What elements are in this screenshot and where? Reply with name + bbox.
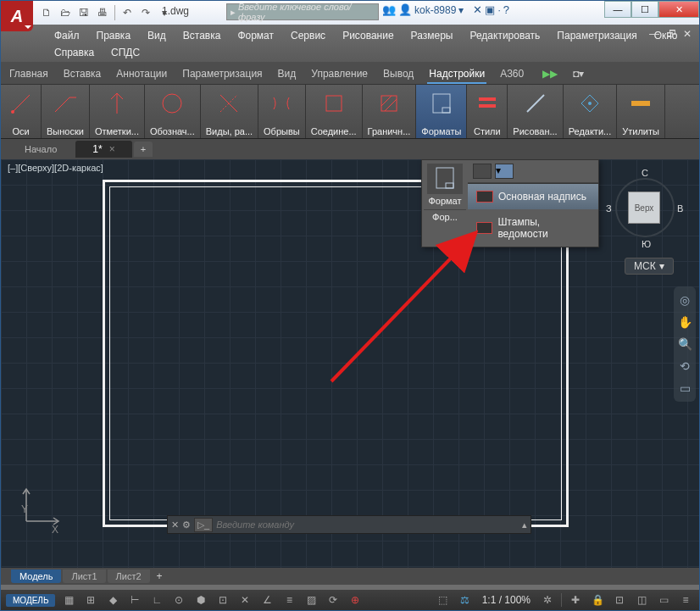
menu-help[interactable]: Справка [52, 45, 97, 60]
format-main-button[interactable] [427, 164, 463, 194]
exchange-icon[interactable]: ✕ [473, 3, 482, 16]
cmdline-customize-icon[interactable]: ⚙ [182, 519, 191, 530]
panel-hatching[interactable]: Граничн... [363, 85, 417, 138]
status-transparency-icon[interactable]: ▨ [303, 592, 319, 608]
status-snap-icon[interactable]: ⊞ [82, 592, 99, 608]
maximize-button[interactable]: ☐ [631, 1, 658, 18]
command-line[interactable]: ✕ ⚙ ▷_ ▴ [167, 515, 531, 534]
wcs-selector[interactable]: МСК▾ [625, 258, 674, 275]
menu-modify[interactable]: Редактировать [467, 28, 542, 43]
panel-styles[interactable]: Стили [467, 85, 508, 138]
status-workspace-icon[interactable]: ✚ [567, 592, 584, 608]
app-logo-menu[interactable]: A [1, 1, 33, 31]
panel-designations[interactable]: Обознач... [145, 85, 201, 138]
status-osnap-icon[interactable]: ⊡ [214, 592, 231, 608]
panel-formats[interactable]: Форматы [416, 85, 467, 138]
status-customize-icon[interactable]: ≡ [677, 592, 694, 608]
status-annoscale-icon[interactable]: ⚖ [457, 592, 474, 608]
status-isolate-icon[interactable]: ◫ [633, 592, 650, 608]
cloud-icon[interactable]: ▣ [485, 3, 495, 16]
help-icon[interactable]: ? [503, 3, 509, 16]
viewcube-e[interactable]: В [677, 203, 683, 214]
menu-draw[interactable]: Рисование [340, 28, 396, 43]
new-doc-tab[interactable]: + [134, 142, 153, 157]
nav-orbit-icon[interactable]: ⟲ [680, 359, 690, 373]
tab-home[interactable]: Главная [8, 65, 50, 84]
viewcube-face[interactable]: Верх [628, 192, 660, 224]
minimize-button[interactable]: — [604, 1, 631, 18]
user-area[interactable]: 👥 👤 kok-8989 ▾ ✕ ▣ · ? [382, 3, 509, 16]
menu-spds[interactable]: СПДС [108, 45, 142, 60]
panel-leaders[interactable]: Выноски [42, 85, 90, 138]
tab-insert[interactable]: Вставка [62, 65, 103, 84]
format-option-2[interactable]: ▾ [495, 164, 514, 179]
nav-zoom-icon[interactable]: 🔍 [678, 337, 692, 351]
panel-breaks[interactable]: Обрывы [258, 85, 306, 138]
status-polar-icon[interactable]: ⊙ [170, 592, 187, 608]
status-annomonitor-icon[interactable]: ⊕ [347, 592, 364, 608]
tab-view[interactable]: Вид [276, 65, 298, 84]
menu-dimension[interactable]: Размеры [408, 28, 456, 43]
status-otrack-icon[interactable]: ∠ [258, 592, 275, 608]
status-lineweight-icon[interactable]: ≡ [281, 592, 297, 608]
tab-parametric[interactable]: Параметризация [181, 65, 264, 84]
panel-utilities[interactable]: Утилиты [617, 85, 665, 138]
tab-layout2[interactable]: Лист2 [108, 569, 150, 583]
menu-insert[interactable]: Вставка [181, 28, 224, 43]
panel-marks[interactable]: Отметки... [90, 85, 145, 138]
mdi-close[interactable]: ✕ [681, 28, 694, 40]
status-3dosnap-icon[interactable]: ✕ [236, 592, 253, 608]
nav-showmotion-icon[interactable]: ▭ [680, 381, 691, 395]
print-icon[interactable]: 🖶 [94, 4, 111, 21]
status-infer-icon[interactable]: ◆ [104, 592, 121, 608]
panel-drawing[interactable]: Рисован... [508, 85, 563, 138]
nav-wheel-icon[interactable]: ◎ [680, 293, 690, 307]
status-model-button[interactable]: МОДЕЛЬ [6, 594, 55, 607]
user-dropdown-icon[interactable]: ▾ [458, 4, 464, 16]
status-hardware-icon[interactable]: ⊡ [611, 592, 628, 608]
viewcube-s[interactable]: Ю [642, 239, 651, 249]
tab-a360[interactable]: A360 [498, 65, 525, 84]
command-input[interactable] [216, 519, 519, 530]
save-icon[interactable]: 🖫 [75, 4, 92, 21]
menu-title-block[interactable]: Основная надпись [468, 184, 598, 209]
menu-view[interactable]: Вид [145, 28, 169, 43]
cmdline-close-icon[interactable]: ✕ [171, 519, 179, 530]
status-grid-icon[interactable]: ▦ [60, 592, 77, 608]
viewcube-w[interactable]: З [606, 203, 612, 214]
doc-tab-start[interactable]: Начало [8, 142, 74, 157]
featured-apps-icon[interactable]: ▶▶ [541, 65, 559, 84]
help-search-input[interactable]: Введите ключевое слово/фразу [226, 3, 379, 20]
tab-model[interactable]: Модель [11, 569, 61, 583]
status-scale-value[interactable]: 1:1 / 100% [479, 594, 534, 606]
mdi-minimize[interactable]: — [647, 28, 662, 40]
status-ortho-icon[interactable]: ∟ [148, 592, 165, 608]
panel-axes[interactable]: Оси [1, 85, 42, 138]
cmdline-history-icon[interactable]: ▴ [522, 519, 527, 530]
menu-parametric[interactable]: Параметризация [554, 28, 639, 43]
menu-tools[interactable]: Сервис [288, 28, 328, 43]
new-icon[interactable]: 🗋 [38, 4, 55, 21]
doc-tab-current[interactable]: 1*× [75, 141, 131, 158]
status-dynamic-icon[interactable]: ⊢ [126, 592, 143, 608]
tab-annotate[interactable]: Аннотации [114, 65, 169, 84]
tab-manage[interactable]: Управление [309, 65, 369, 84]
tab-layout1[interactable]: Лист1 [63, 569, 105, 583]
menu-file[interactable]: Файл [52, 28, 82, 43]
nav-pan-icon[interactable]: ✋ [678, 315, 692, 329]
drawing-canvas[interactable]: [–][Сверху][2D-каркас] Y X Формат Фор...… [1, 159, 699, 568]
close-tab-icon[interactable]: × [109, 143, 115, 155]
add-layout-tab[interactable]: + [152, 569, 168, 584]
menu-format[interactable]: Формат [235, 28, 276, 43]
undo-icon[interactable]: ↶ [119, 4, 136, 21]
status-clean-icon[interactable]: ▭ [655, 592, 672, 608]
status-quickprops-icon[interactable]: ⬚ [435, 592, 452, 608]
status-cycling-icon[interactable]: ⟳ [325, 592, 342, 608]
viewcube-n[interactable]: С [642, 168, 648, 178]
mdi-restore[interactable]: 🗗 [664, 28, 679, 40]
status-gear-icon[interactable]: ✲ [539, 592, 556, 608]
status-iso-icon[interactable]: ⬢ [192, 592, 209, 608]
tab-output[interactable]: Вывод [381, 65, 415, 84]
panel-connections[interactable]: Соедине... [306, 85, 363, 138]
panel-views[interactable]: Виды, ра... [201, 85, 258, 138]
